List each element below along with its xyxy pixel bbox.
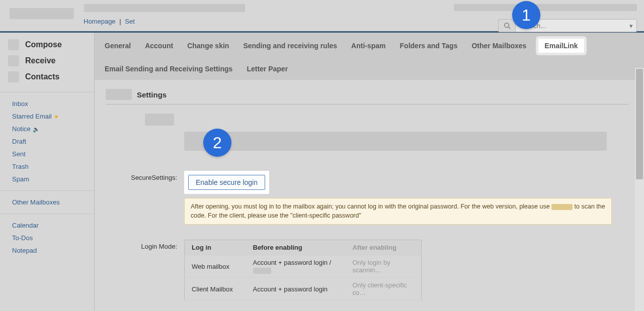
contacts-label: Contacts	[25, 72, 59, 81]
breadcrumb: Homepage | Set	[84, 18, 135, 25]
tab-send-receive-rules[interactable]: Sending and receiving rules	[241, 40, 339, 52]
sidebar-item-todos[interactable]: To-Dos	[0, 232, 94, 244]
sidebar-item-other-mailboxes[interactable]: Other Mailboxes	[0, 196, 94, 209]
th-login: Log in	[185, 240, 246, 255]
sidebar-item-draft[interactable]: Draft	[0, 135, 94, 148]
tab-letter-paper[interactable]: Letter Paper	[245, 63, 290, 75]
search-dropdown[interactable]: ▾	[626, 19, 637, 32]
enable-secure-login-button[interactable]: Enable secure login	[188, 175, 265, 190]
sub-placeholder	[145, 114, 174, 126]
sidebar-item-spam[interactable]: Spam	[0, 173, 94, 185]
tab-emaillink[interactable]: EmailLink	[538, 39, 584, 53]
secure-settings-label: SecureSettings:	[106, 171, 184, 181]
content-area: General Account Change skin Sending and …	[95, 33, 644, 311]
title-placeholder-icon	[106, 89, 132, 100]
section-placeholder	[184, 132, 607, 151]
table-row: Client Mailbox Account + password login …	[185, 278, 422, 300]
homepage-link[interactable]: Homepage	[84, 18, 116, 25]
svg-line-1	[508, 27, 510, 29]
search-icon[interactable]	[498, 19, 515, 32]
tab-account[interactable]: Account	[143, 40, 175, 52]
annotation-badge-2: 2	[203, 129, 231, 157]
sidebar: Compose Receive Contacts Inbox Starred E…	[0, 33, 95, 311]
tab-email-settings[interactable]: Email Sending and Receiving Settings	[103, 63, 234, 75]
set-link[interactable]: Set	[125, 18, 135, 25]
scrollbar[interactable]	[635, 68, 644, 311]
info-redacted-1	[551, 204, 573, 210]
login-mode-label: Login Mode:	[106, 240, 184, 250]
table-row: Web mailbox Account + password login / O…	[185, 255, 422, 278]
tab-change-skin[interactable]: Change skin	[185, 40, 231, 52]
logo-placeholder	[10, 8, 74, 19]
annotation-badge-1: 1	[512, 1, 540, 29]
tab-folders-tags[interactable]: Folders and Tags	[398, 40, 460, 52]
tab-anti-spam[interactable]: Anti-spam	[349, 40, 387, 52]
page-title: Settings	[137, 90, 167, 99]
sidebar-item-sent[interactable]: Sent	[0, 148, 94, 160]
login-mode-table: Log in Before enabling After enabling We…	[184, 240, 422, 300]
tab-other-mailboxes[interactable]: Other Mailboxes	[469, 40, 528, 52]
receive-icon	[8, 55, 19, 66]
sidebar-item-notepad[interactable]: Notepad	[0, 244, 94, 257]
title-placeholder	[84, 4, 245, 12]
contacts-button[interactable]: Contacts	[8, 69, 86, 85]
settings-tabs: General Account Change skin Sending and …	[95, 33, 644, 80]
receive-button[interactable]: Receive	[8, 53, 86, 69]
tab-general[interactable]: General	[103, 40, 133, 52]
cell-redacted	[253, 268, 271, 274]
secure-info-box: After opening, you must log in to the ma…	[184, 198, 612, 225]
contacts-icon	[8, 71, 19, 82]
compose-label: Compose	[25, 40, 62, 49]
sidebar-item-trash[interactable]: Trash	[0, 160, 94, 173]
sidebar-item-notice[interactable]: Notice	[0, 123, 94, 135]
compose-icon	[8, 39, 19, 50]
receive-label: Receive	[25, 56, 56, 65]
sidebar-item-inbox[interactable]: Inbox	[0, 97, 94, 110]
scrollbar-thumb[interactable]	[636, 69, 643, 179]
sidebar-item-calendar[interactable]: Calendar	[0, 219, 94, 232]
svg-point-0	[504, 23, 509, 28]
topbar-placeholder	[454, 4, 637, 11]
compose-button[interactable]: Compose	[8, 37, 86, 53]
th-before: Before enabling	[246, 240, 346, 255]
sidebar-item-starred[interactable]: Starred Email	[0, 110, 94, 123]
th-after: After enabling	[346, 240, 422, 255]
